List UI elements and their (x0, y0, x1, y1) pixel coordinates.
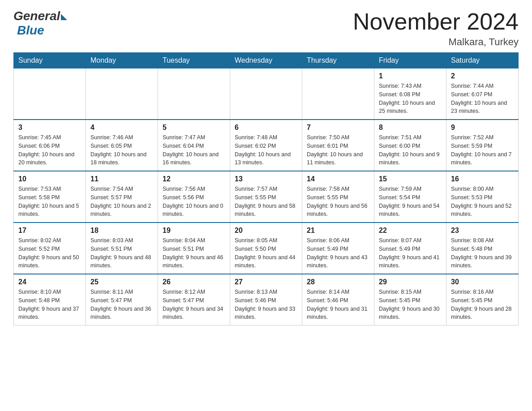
calendar-header-row: SundayMondayTuesdayWednesdayThursdayFrid… (14, 53, 519, 68)
calendar-cell: 24Sunrise: 8:10 AM Sunset: 5:48 PM Dayli… (14, 274, 86, 325)
day-info: Sunrise: 7:52 AM Sunset: 5:59 PM Dayligh… (451, 133, 514, 167)
page-header: General Blue November 2024 Malkara, Turk… (13, 9, 519, 48)
day-info: Sunrise: 8:07 AM Sunset: 5:49 PM Dayligh… (379, 236, 442, 270)
calendar-cell: 1Sunrise: 7:43 AM Sunset: 6:08 PM Daylig… (374, 68, 446, 120)
day-info: Sunrise: 7:44 AM Sunset: 6:07 PM Dayligh… (451, 82, 514, 116)
day-info: Sunrise: 7:59 AM Sunset: 5:54 PM Dayligh… (379, 185, 442, 218)
calendar-header-monday: Monday (86, 53, 158, 68)
logo-arrow-icon (61, 14, 67, 20)
location-title: Malkara, Turkey (353, 36, 519, 48)
calendar-cell (86, 68, 158, 120)
day-info: Sunrise: 8:02 AM Sunset: 5:52 PM Dayligh… (18, 236, 81, 270)
day-number: 29 (379, 278, 442, 286)
calendar-week-row: 1Sunrise: 7:43 AM Sunset: 6:08 PM Daylig… (14, 68, 519, 120)
day-info: Sunrise: 8:12 AM Sunset: 5:47 PM Dayligh… (163, 288, 225, 321)
calendar-cell: 26Sunrise: 8:12 AM Sunset: 5:47 PM Dayli… (158, 274, 230, 325)
day-number: 21 (307, 227, 369, 235)
calendar-header-saturday: Saturday (446, 53, 519, 68)
calendar-cell: 2Sunrise: 7:44 AM Sunset: 6:07 PM Daylig… (446, 68, 519, 120)
day-number: 20 (235, 227, 297, 235)
month-title: November 2024 (353, 9, 519, 34)
day-info: Sunrise: 7:45 AM Sunset: 6:06 PM Dayligh… (18, 133, 81, 167)
calendar-cell: 27Sunrise: 8:13 AM Sunset: 5:46 PM Dayli… (230, 274, 302, 325)
logo: General Blue (13, 9, 67, 38)
calendar-cell: 4Sunrise: 7:46 AM Sunset: 6:05 PM Daylig… (86, 120, 158, 171)
day-number: 25 (90, 278, 153, 286)
calendar-cell: 15Sunrise: 7:59 AM Sunset: 5:54 PM Dayli… (374, 171, 446, 223)
day-info: Sunrise: 7:58 AM Sunset: 5:55 PM Dayligh… (307, 185, 369, 218)
calendar-cell: 8Sunrise: 7:51 AM Sunset: 6:00 PM Daylig… (374, 120, 446, 171)
calendar-cell: 25Sunrise: 8:11 AM Sunset: 5:47 PM Dayli… (86, 274, 158, 325)
day-info: Sunrise: 7:43 AM Sunset: 6:08 PM Dayligh… (379, 82, 442, 116)
day-number: 23 (451, 227, 514, 235)
day-number: 13 (235, 175, 297, 183)
calendar-cell: 7Sunrise: 7:50 AM Sunset: 6:01 PM Daylig… (302, 120, 374, 171)
calendar-cell (302, 68, 374, 120)
day-info: Sunrise: 8:13 AM Sunset: 5:46 PM Dayligh… (235, 288, 297, 321)
day-number: 6 (235, 124, 297, 132)
calendar-week-row: 10Sunrise: 7:53 AM Sunset: 5:58 PM Dayli… (14, 171, 519, 223)
calendar-cell: 19Sunrise: 8:04 AM Sunset: 5:51 PM Dayli… (158, 223, 230, 274)
day-number: 14 (307, 175, 369, 183)
calendar-cell: 5Sunrise: 7:47 AM Sunset: 6:04 PM Daylig… (158, 120, 230, 171)
day-number: 2 (451, 72, 514, 80)
day-info: Sunrise: 7:48 AM Sunset: 6:02 PM Dayligh… (235, 133, 297, 167)
calendar-cell: 13Sunrise: 7:57 AM Sunset: 5:55 PM Dayli… (230, 171, 302, 223)
logo-general-text: General (13, 9, 60, 23)
calendar-cell: 18Sunrise: 8:03 AM Sunset: 5:51 PM Dayli… (86, 223, 158, 274)
calendar-cell: 11Sunrise: 7:54 AM Sunset: 5:57 PM Dayli… (86, 171, 158, 223)
calendar-cell: 30Sunrise: 8:16 AM Sunset: 5:45 PM Dayli… (446, 274, 519, 325)
title-section: November 2024 Malkara, Turkey (353, 9, 519, 48)
day-number: 18 (90, 227, 153, 235)
day-info: Sunrise: 7:56 AM Sunset: 5:56 PM Dayligh… (163, 185, 225, 218)
day-info: Sunrise: 8:04 AM Sunset: 5:51 PM Dayligh… (163, 236, 225, 270)
calendar-cell (158, 68, 230, 120)
calendar-cell: 12Sunrise: 7:56 AM Sunset: 5:56 PM Dayli… (158, 171, 230, 223)
day-number: 19 (163, 227, 225, 235)
day-info: Sunrise: 7:46 AM Sunset: 6:05 PM Dayligh… (90, 133, 153, 167)
day-info: Sunrise: 8:08 AM Sunset: 5:48 PM Dayligh… (451, 236, 514, 270)
calendar-header-sunday: Sunday (14, 53, 86, 68)
calendar-cell: 16Sunrise: 8:00 AM Sunset: 5:53 PM Dayli… (446, 171, 519, 223)
day-info: Sunrise: 8:05 AM Sunset: 5:50 PM Dayligh… (235, 236, 297, 270)
calendar-cell (14, 68, 86, 120)
day-number: 12 (163, 175, 225, 183)
day-info: Sunrise: 8:00 AM Sunset: 5:53 PM Dayligh… (451, 185, 514, 218)
calendar-week-row: 3Sunrise: 7:45 AM Sunset: 6:06 PM Daylig… (14, 120, 519, 171)
day-info: Sunrise: 8:03 AM Sunset: 5:51 PM Dayligh… (90, 236, 153, 270)
calendar-cell: 17Sunrise: 8:02 AM Sunset: 5:52 PM Dayli… (14, 223, 86, 274)
day-info: Sunrise: 8:14 AM Sunset: 5:46 PM Dayligh… (307, 288, 369, 321)
day-info: Sunrise: 7:53 AM Sunset: 5:58 PM Dayligh… (18, 185, 81, 218)
logo-blue-text: Blue (17, 23, 44, 38)
day-number: 11 (90, 175, 153, 183)
calendar-cell: 9Sunrise: 7:52 AM Sunset: 5:59 PM Daylig… (446, 120, 519, 171)
calendar-cell: 23Sunrise: 8:08 AM Sunset: 5:48 PM Dayli… (446, 223, 519, 274)
calendar-cell: 10Sunrise: 7:53 AM Sunset: 5:58 PM Dayli… (14, 171, 86, 223)
day-info: Sunrise: 7:51 AM Sunset: 6:00 PM Dayligh… (379, 133, 442, 167)
calendar-table: SundayMondayTuesdayWednesdayThursdayFrid… (13, 52, 519, 325)
calendar-header-friday: Friday (374, 53, 446, 68)
calendar-week-row: 17Sunrise: 8:02 AM Sunset: 5:52 PM Dayli… (14, 223, 519, 274)
day-info: Sunrise: 7:57 AM Sunset: 5:55 PM Dayligh… (235, 185, 297, 218)
calendar-cell: 29Sunrise: 8:15 AM Sunset: 5:45 PM Dayli… (374, 274, 446, 325)
day-number: 8 (379, 124, 442, 132)
calendar-cell: 3Sunrise: 7:45 AM Sunset: 6:06 PM Daylig… (14, 120, 86, 171)
calendar-cell: 14Sunrise: 7:58 AM Sunset: 5:55 PM Dayli… (302, 171, 374, 223)
calendar-header-thursday: Thursday (302, 53, 374, 68)
day-number: 26 (163, 278, 225, 286)
day-number: 27 (235, 278, 297, 286)
day-number: 3 (18, 124, 81, 132)
day-number: 4 (90, 124, 153, 132)
day-number: 24 (18, 278, 81, 286)
day-number: 1 (379, 72, 442, 80)
day-number: 17 (18, 227, 81, 235)
day-info: Sunrise: 8:11 AM Sunset: 5:47 PM Dayligh… (90, 288, 153, 321)
day-number: 5 (163, 124, 225, 132)
calendar-cell: 22Sunrise: 8:07 AM Sunset: 5:49 PM Dayli… (374, 223, 446, 274)
calendar-header-tuesday: Tuesday (158, 53, 230, 68)
day-info: Sunrise: 8:16 AM Sunset: 5:45 PM Dayligh… (451, 288, 514, 321)
day-number: 7 (307, 124, 369, 132)
day-number: 9 (451, 124, 514, 132)
day-number: 16 (451, 175, 514, 183)
calendar-cell: 28Sunrise: 8:14 AM Sunset: 5:46 PM Dayli… (302, 274, 374, 325)
